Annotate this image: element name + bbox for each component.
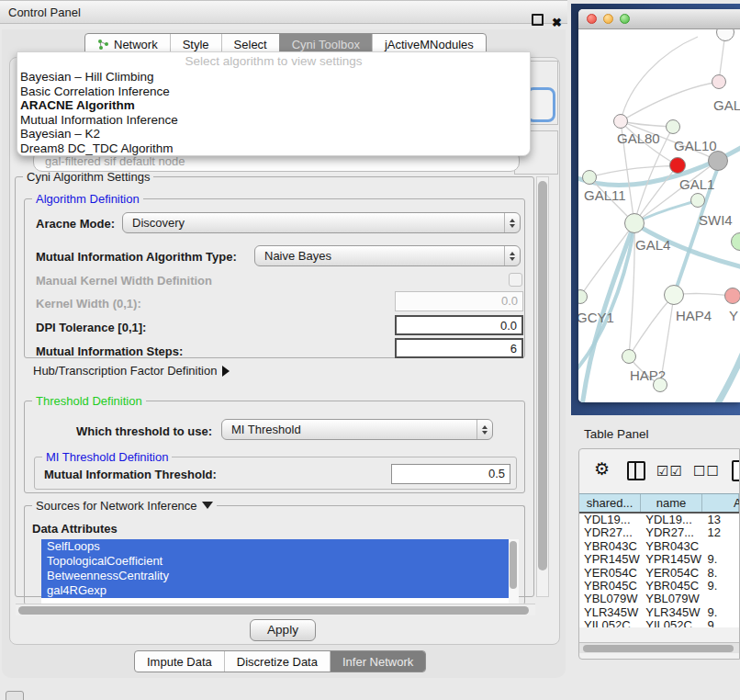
network-icon	[97, 39, 109, 50]
network-node-y[interactable]	[724, 288, 740, 304]
network-node-swi4[interactable]	[690, 193, 705, 208]
table-row[interactable]: YBR045CYBR045C9.	[579, 580, 739, 593]
sources-group-title[interactable]: Sources for Network Inference	[32, 499, 217, 513]
hub-definition-expander[interactable]: Hub/Transcription Factor Definition	[33, 364, 230, 378]
table-row[interactable]: YDR27...YDR27...12	[579, 526, 739, 539]
kernel-width-label: Kernel Width (0,1):	[36, 297, 141, 310]
network-node[interactable]	[653, 378, 667, 392]
network-node-label: SWI4	[699, 212, 733, 228]
dropdown-item[interactable]: Basic Correlation Inference	[17, 85, 530, 99]
table-horizontal-scrollbar[interactable]	[579, 642, 740, 653]
dropdown-item[interactable]: Bayesian – Hill Climbing	[17, 70, 530, 85]
control-panel-title: Control Panel	[8, 6, 81, 19]
table-row[interactable]: YPR145WYPR145W9.	[579, 553, 739, 566]
select-all-checkboxes-icon[interactable]: ☑☑	[656, 463, 683, 480]
gear-icon[interactable]: ⚙	[594, 460, 610, 479]
corner-widget-fragment	[6, 691, 24, 700]
table-body: YDL19...YDL19...13 YDR27...YDR27...12 YB…	[579, 514, 739, 627]
network-node-label: GAL11	[584, 187, 626, 203]
aracne-mode-label: Aracne Mode:	[36, 217, 115, 231]
zoom-traffic-light-icon[interactable]	[620, 14, 630, 24]
network-node-label: GAL4	[635, 237, 670, 253]
attributes-vertical-scrollbar[interactable]	[509, 539, 519, 605]
network-node-gal[interactable]	[712, 74, 726, 89]
bottom-tabs: Impute Data Discretize Data Infer Networ…	[134, 650, 426, 672]
data-attributes-list: SelfLoops TopologicalCoefficient Between…	[41, 539, 509, 605]
expand-arrow-icon	[222, 366, 230, 377]
settings-horizontal-scrollbar[interactable]	[16, 604, 535, 615]
attributes-scrollbar-thumb[interactable]	[510, 541, 517, 589]
mi-threshold-label: Mutual Information Threshold:	[44, 468, 217, 481]
network-node-hap2[interactable]	[622, 349, 636, 364]
list-item[interactable]: gal4RGexp	[41, 583, 509, 598]
sources-group: Sources for Network Inference Data Attri…	[24, 505, 525, 604]
settings-vertical-scrollbar[interactable]	[536, 176, 549, 597]
column-header[interactable]: A	[702, 494, 739, 512]
close-traffic-light-icon[interactable]	[587, 14, 597, 24]
mi-threshold-definition-group: MI Threshold Definition Mutual Informati…	[34, 457, 517, 490]
settings-scrollbar-thumb[interactable]	[538, 181, 547, 570]
close-icon[interactable]: ✖	[552, 11, 562, 35]
table-row[interactable]: YBR043CYBR043C	[579, 540, 739, 553]
dropdown-item[interactable]: Bayesian – K2	[17, 127, 530, 141]
table-row[interactable]: YDL19...YDL19...13	[579, 514, 739, 526]
apply-button[interactable]: Apply	[250, 619, 316, 641]
tab-infer-network[interactable]: Infer Network	[330, 651, 425, 672]
kernel-width-field[interactable]: 0.0	[395, 291, 523, 311]
settings-hscrollbar-thumb[interactable]	[18, 606, 529, 615]
table-toolbar: ⚙ ☑☑ ☐☐	[579, 449, 739, 493]
tab-network-label: Network	[114, 38, 158, 51]
tab-discretize-data[interactable]: Discretize Data	[224, 651, 330, 672]
network-node-gal10[interactable]	[666, 119, 680, 134]
network-node-gal80[interactable]	[613, 114, 628, 129]
float-window-icon[interactable]	[532, 14, 544, 26]
column-header[interactable]: name	[641, 494, 702, 512]
table-header-row: shared... name A	[579, 493, 739, 514]
column-header[interactable]: shared...	[579, 494, 641, 512]
network-node-hap4[interactable]	[664, 285, 684, 305]
mi-steps-label: Mutual Information Steps:	[36, 344, 183, 358]
minimize-traffic-light-icon[interactable]	[603, 14, 613, 24]
columns-icon[interactable]	[627, 461, 645, 480]
list-item[interactable]: BetweennessCentrality	[41, 569, 509, 583]
manual-kernel-label: Manual Kernel Width Definition	[36, 274, 212, 288]
mi-threshold-field[interactable]: 0.5	[391, 464, 510, 484]
manual-kernel-checkbox[interactable]	[509, 273, 522, 287]
list-item[interactable]: TopologicalCoefficient	[41, 554, 509, 569]
list-item[interactable]: SelfLoops	[41, 539, 509, 554]
table-row[interactable]: YLR345WYLR345W9.	[579, 606, 739, 619]
network-node[interactable]	[708, 151, 728, 171]
table-row[interactable]: YBL079WYBL079W	[579, 593, 739, 605]
collapse-arrow-icon	[202, 502, 213, 509]
dropdown-item[interactable]: Mutual Information Inference	[17, 113, 530, 128]
network-view-window: GALGAL80GAL10GAL1GAL11SWI4GAL4GCY1HAP4YH…	[578, 9, 740, 402]
dropdown-item[interactable]: Dream8 DC_TDC Algorithm	[17, 141, 530, 156]
network-node-label: GAL10	[674, 138, 717, 153]
data-attributes-label: Data Attributes	[32, 522, 118, 536]
algorithm-definition-title: Algorithm Definition	[32, 192, 143, 206]
table-hscrollbar-thumb[interactable]	[583, 645, 734, 652]
tab-impute-data[interactable]: Impute Data	[135, 651, 224, 672]
deselect-all-checkboxes-icon[interactable]: ☐☐	[693, 463, 720, 480]
network-window-titlebar[interactable]	[578, 9, 740, 29]
control-panel-titlebar: Control Panel ✖	[0, 0, 567, 24]
threshold-definition-group: Threshold Definition Which threshold to …	[24, 401, 525, 493]
table-row[interactable]: YIL052CYIL052C9.	[579, 619, 739, 627]
dropdown-item-selected[interactable]: ARACNE Algorithm	[17, 98, 530, 113]
network-node-gal4[interactable]	[624, 213, 645, 233]
document-icon[interactable]	[732, 460, 740, 481]
network-canvas[interactable]: GALGAL80GAL10GAL1GAL11SWI4GAL4GCY1HAP4YH…	[578, 29, 740, 402]
dpi-tolerance-field[interactable]: 0.0	[395, 315, 523, 335]
table-row[interactable]: YER054CYER054C8.	[579, 567, 739, 580]
combo-stepper-icon	[504, 213, 520, 232]
mi-algorithm-type-combo[interactable]: Naive Bayes	[254, 245, 521, 266]
mi-steps-field[interactable]: 6	[395, 338, 523, 358]
dpi-tolerance-label: DPI Tolerance [0,1]:	[36, 321, 146, 334]
which-threshold-combo[interactable]: MI Threshold	[221, 419, 493, 440]
network-node-gal11[interactable]	[582, 170, 597, 185]
aracne-mode-combo[interactable]: Discovery	[122, 212, 521, 233]
network-node-gal1[interactable]	[669, 157, 686, 174]
network-node-label: GAL	[713, 97, 740, 113]
combo-stepper-icon	[477, 420, 492, 439]
network-node-label: GCY1	[578, 310, 614, 325]
